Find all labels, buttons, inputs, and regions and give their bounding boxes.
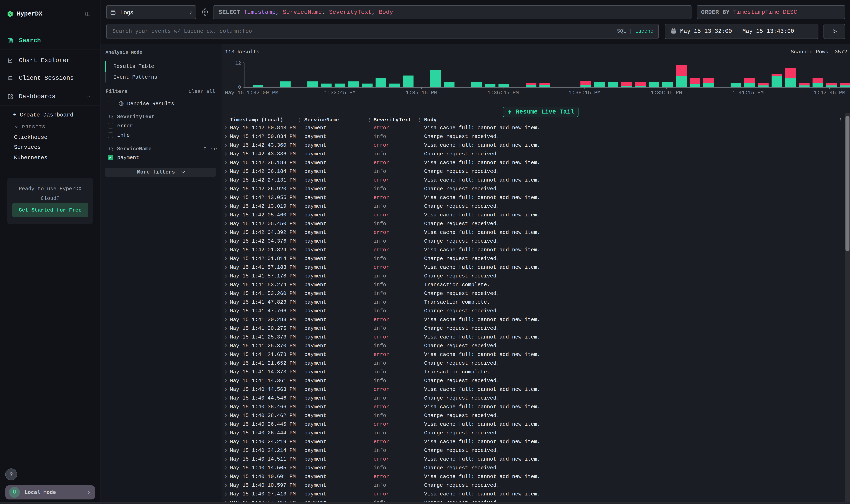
svg-text:May 15 1:32:00 PM: May 15 1:32:00 PM: [225, 90, 278, 96]
svg-text:12: 12: [235, 60, 241, 66]
svg-text:0: 0: [238, 85, 241, 90]
svg-text:1:41:15 PM: 1:41:15 PM: [732, 90, 764, 96]
svg-text:1:42:45 PM: 1:42:45 PM: [814, 90, 845, 96]
svg-text:1:36:45 PM: 1:36:45 PM: [487, 90, 519, 96]
svg-text:1:38:15 PM: 1:38:15 PM: [569, 90, 600, 96]
svg-text:1:35:15 PM: 1:35:15 PM: [406, 90, 437, 96]
svg-text:1:33:45 PM: 1:33:45 PM: [324, 90, 356, 96]
svg-text:1:39:45 PM: 1:39:45 PM: [651, 90, 682, 96]
